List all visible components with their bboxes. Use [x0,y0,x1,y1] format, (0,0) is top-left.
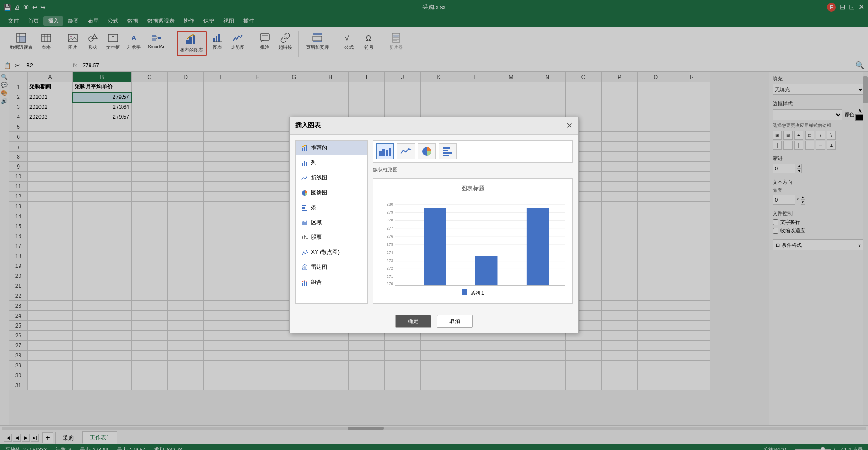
svg-text:276: 276 [387,234,393,239]
radar-chart-icon [301,264,308,271]
line-subtype-icon [400,146,412,157]
svg-text:272: 272 [387,266,393,271]
svg-text:279: 279 [387,210,393,215]
svg-rect-70 [382,149,385,156]
chart-legend: 系列 1 [379,289,567,296]
chart-type-area[interactable]: 区域 [296,215,367,230]
chart-type-label-stock: 股票 [311,234,322,241]
svg-marker-65 [303,266,306,269]
chart-type-label-radar: 雷达图 [311,263,327,271]
chart-type-line[interactable]: 折线图 [296,170,367,185]
legend-item: 系列 1 [462,289,484,296]
svg-rect-50 [302,207,305,209]
svg-rect-67 [304,281,305,286]
chart-type-label-scatter: XY (散点图) [311,248,340,256]
svg-text:280: 280 [387,202,393,206]
chart-bar-1 [424,208,446,285]
pie-subtype-icon [420,146,433,157]
chart-subtype-bar[interactable] [439,143,457,159]
dialog-ok-btn[interactable]: 确定 [395,315,431,328]
svg-rect-42 [302,148,303,151]
column-chart-icon [301,159,308,167]
chart-preview-title: 图表标题 [379,184,567,192]
svg-rect-76 [443,152,452,154]
svg-text:273: 273 [387,258,393,263]
svg-point-59 [302,253,303,255]
chart-type-scatter[interactable]: XY (散点图) [296,245,367,260]
svg-rect-51 [302,210,307,211]
svg-text:271: 271 [387,274,393,279]
dialog-body: 推荐的 列 折线图 [290,135,578,309]
insert-chart-dialog: 插入图表 ✕ 推荐的 [289,117,579,333]
chart-type-pie[interactable]: 圆饼图 [296,185,367,200]
svg-rect-49 [302,205,306,206]
svg-rect-71 [386,150,388,156]
chart-type-bar[interactable]: 条 [296,200,367,215]
svg-rect-77 [443,155,449,156]
svg-rect-69 [379,151,382,156]
chart-type-label-pie: 圆饼图 [311,189,327,197]
dialog-left-panel: 推荐的 列 折线图 [295,140,368,304]
legend-color-1 [462,289,467,295]
legend-label-1: 系列 1 [470,290,484,295]
chart-type-combo[interactable]: 组合 [296,275,367,290]
svg-point-61 [305,253,306,254]
chart-type-recommended[interactable]: 推荐的 [296,141,367,155]
chart-type-radar[interactable]: 雷达图 [296,260,367,275]
dialog-close-btn[interactable]: ✕ [566,121,573,131]
svg-rect-46 [304,161,305,166]
svg-rect-66 [302,283,303,286]
chart-preview-svg: 280 279 278 277 276 275 274 273 272 271 … [379,196,567,286]
clustered-column-icon [379,146,392,157]
chart-subtype-clustered-column[interactable] [376,143,394,159]
area-chart-icon [301,219,308,226]
svg-rect-75 [443,150,448,151]
dialog-footer: 确定 取消 [290,309,578,333]
chart-sub-label: 簇状柱形图 [373,166,573,173]
chart-type-label-recommended: 推荐的 [311,144,327,152]
line-chart-icon [301,174,308,182]
svg-rect-47 [306,162,307,166]
chart-subtype-pie[interactable] [418,143,436,159]
bar-subtype-icon [441,146,454,157]
chart-type-column[interactable]: 列 [296,155,367,170]
svg-point-62 [306,250,307,251]
svg-rect-44 [306,145,307,151]
svg-rect-74 [443,147,450,149]
chart-type-label-combo: 组合 [311,278,322,286]
stock-chart-icon [301,234,308,241]
svg-text:277: 277 [387,226,393,230]
svg-text:270: 270 [387,281,393,286]
dialog-overlay: 插入图表 ✕ 推荐的 [0,0,868,450]
svg-text:275: 275 [387,242,393,247]
svg-text:274: 274 [387,250,393,255]
dialog-title-bar: 插入图表 ✕ [290,117,578,135]
svg-marker-52 [302,220,307,225]
svg-point-60 [303,251,305,253]
chart-preview: 图表标题 280 279 278 277 276 275 274 273 272 [373,178,573,304]
pie-chart-icon [301,189,308,197]
chart-bar-2 [475,256,498,285]
svg-point-63 [307,252,308,253]
svg-rect-43 [304,147,305,151]
recommended-chart-icon [301,145,308,152]
chart-type-label-bar: 条 [311,204,316,211]
scatter-chart-icon [301,249,308,256]
chart-subtype-line[interactable] [397,143,415,159]
dialog-title: 插入图表 [295,122,321,130]
svg-rect-45 [302,163,303,166]
chart-type-stock[interactable]: 股票 [296,230,367,245]
chart-type-label-area: 区域 [311,219,322,226]
svg-rect-72 [389,148,391,156]
bar-chart-icon [301,204,308,211]
chart-bar-3 [527,208,549,285]
svg-text:278: 278 [387,218,393,222]
combo-chart-icon [301,279,308,286]
chart-type-label-column: 列 [311,159,316,167]
dialog-right-panel: 簇状柱形图 图表标题 280 279 278 277 276 275 274 [373,140,573,304]
svg-rect-68 [306,282,307,286]
chart-type-icons [373,140,573,163]
chart-type-label-line: 折线图 [311,174,327,182]
dialog-cancel-btn[interactable]: 取消 [437,315,473,328]
